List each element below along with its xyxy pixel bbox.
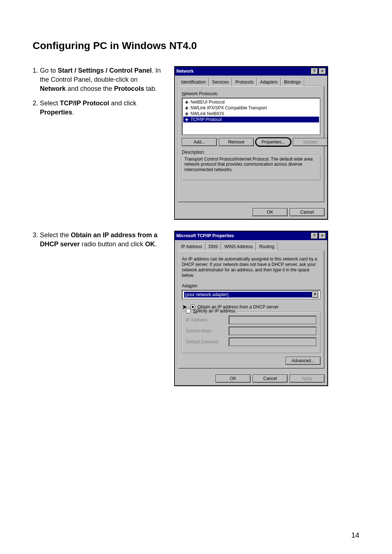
network-protocols-label: NNetwork Protocols:etwork Protocols: (182, 91, 320, 96)
adapter-dropdown[interactable]: (your network adapter) ▼ (182, 290, 320, 299)
list-item[interactable]: 🞣NetBEUI Protocol (183, 99, 319, 105)
protocol-icon: 🞣 (184, 100, 189, 104)
subnet-mask-label: Subnet Mask: (186, 328, 226, 333)
add-button[interactable]: Add... (182, 138, 217, 146)
tcpip-titlebar[interactable]: Microsoft TCP/IP Properties ? × (175, 231, 327, 240)
tab-protocols[interactable]: Protocols (232, 78, 257, 86)
advanced-button[interactable]: Advanced... (286, 357, 320, 365)
close-icon[interactable]: × (319, 68, 326, 74)
step-2: Select TCP/IP Protocol and click Propert… (40, 99, 163, 117)
network-title: Network (176, 69, 193, 74)
tab-bindings[interactable]: Bindings (281, 78, 304, 86)
help-icon[interactable]: ? (311, 232, 318, 239)
adapter-selected: (your network adapter) (184, 292, 312, 298)
tcpip-info-text: An IP address can be automatically assig… (182, 256, 320, 278)
tcpip-dialog: Microsoft TCP/IP Properties ? × IP Addre… (174, 231, 328, 386)
ip-address-input (229, 316, 317, 324)
network-tabs: Identification Services Protocols Adapte… (178, 78, 324, 86)
cancel-button[interactable]: Cancel (290, 208, 324, 216)
default-gateway-input (229, 337, 317, 346)
apply-button: Apply (290, 375, 324, 383)
tab-dns[interactable]: DNS (205, 243, 221, 251)
ok-button[interactable]: OK (216, 375, 250, 383)
ok-button[interactable]: OK (253, 208, 287, 216)
radio-icon[interactable] (186, 308, 191, 314)
protocols-listbox[interactable]: 🞣NetBEUI Protocol 🞣NWLink IPX/SPX Compat… (182, 98, 320, 135)
cancel-button[interactable]: Cancel (253, 375, 287, 383)
chevron-down-icon[interactable]: ▼ (312, 291, 318, 298)
page-title: Configuring PC in Windows NT4.0 (33, 40, 359, 52)
tcpip-tabs: IP Address DNS WINS Address Routing (178, 242, 324, 251)
tab-identification[interactable]: Identification (178, 78, 209, 86)
protocol-icon: 🞣 (184, 117, 189, 122)
tab-ip-address[interactable]: IP Address (178, 243, 205, 251)
list-item-selected[interactable]: 🞣TCP/IP Protocol (183, 117, 319, 122)
instructions-block-1: Go to Start / Settings / Control Panel. … (33, 66, 163, 122)
description-text: Transport Control Protocol/Internet Prot… (182, 155, 320, 180)
description-label: Description: (182, 150, 320, 155)
tab-adapters[interactable]: Adapters (257, 78, 281, 86)
subnet-mask-input (229, 327, 317, 335)
page-number: 14 (351, 531, 359, 539)
list-item[interactable]: 🞣NWLink IPX/SPX Compatible Transport (183, 105, 319, 111)
network-titlebar[interactable]: Network ? × (175, 67, 327, 76)
step-3: Select the Obtain an IP address from a D… (40, 231, 163, 249)
tcpip-title: Microsoft TCP/IP Properties (176, 233, 234, 238)
help-icon[interactable]: ? (311, 68, 318, 74)
tab-routing[interactable]: Routing (256, 243, 277, 251)
step-1: Go to Start / Settings / Control Panel. … (40, 66, 163, 94)
list-item[interactable]: 🞣NWLink NetBIOS (183, 111, 319, 117)
protocol-icon: 🞣 (184, 112, 189, 116)
remove-button[interactable]: Remove (219, 138, 254, 146)
default-gateway-label: Default Gateway: (186, 339, 226, 344)
ip-address-label: IP Address: (186, 318, 226, 323)
adapter-label: Adapter:Adapter: (182, 283, 320, 288)
tab-wins[interactable]: WINS Address (221, 243, 256, 251)
protocol-icon: 🞣 (184, 106, 189, 110)
network-dialog: Network ? × Identification Services Prot… (174, 66, 328, 220)
instructions-block-2: Select the Obtain an IP address from a D… (33, 231, 163, 254)
update-button: Update (293, 138, 328, 146)
cursor-icon: ➤ (182, 305, 187, 309)
close-icon[interactable]: × (319, 232, 326, 239)
tab-services[interactable]: Services (209, 78, 232, 86)
properties-button[interactable]: Properties... (256, 138, 291, 146)
